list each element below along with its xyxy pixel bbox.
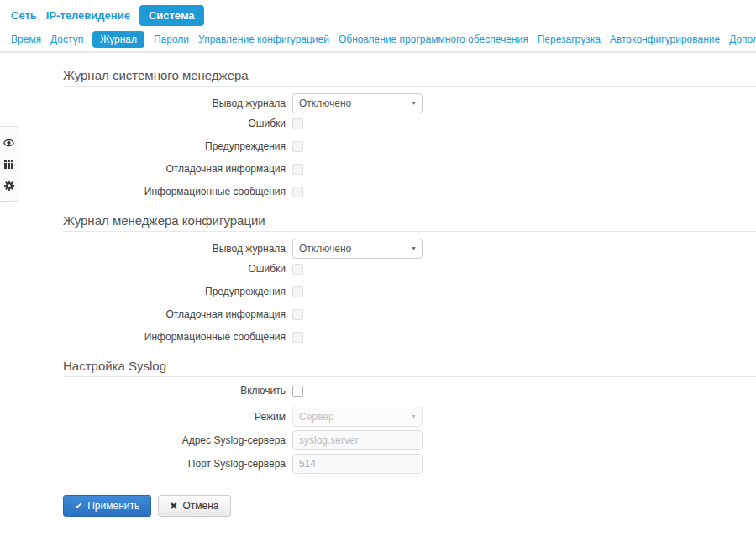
section-title: Настройка Syslog <box>63 359 756 373</box>
form-checkbox[interactable] <box>292 386 303 397</box>
field-label: Информационные сообщения <box>63 186 292 197</box>
section-divider <box>63 231 756 232</box>
form-row: Отладочная информация <box>63 162 756 176</box>
main-content: Журнал системного менеджераВывод журнала… <box>63 68 756 474</box>
eye-icon[interactable] <box>3 137 15 149</box>
form-checkbox <box>292 187 303 197</box>
secondary-nav-item-2[interactable]: Журнал <box>92 31 144 48</box>
secondary-nav-item-0[interactable]: Время <box>11 31 41 48</box>
form-checkbox <box>292 141 303 152</box>
secondary-nav: ВремяДоступЖурналПаролиУправление конфиг… <box>11 29 756 51</box>
section-divider <box>63 376 756 377</box>
secondary-nav-item-5[interactable]: Обновление программного обеспечения <box>339 31 528 48</box>
secondary-nav-item-8[interactable]: Дополнительные настройки <box>729 31 756 48</box>
cancel-button[interactable]: ✖ Отмена <box>158 495 230 517</box>
form-select[interactable]: Отключено <box>292 93 423 113</box>
form-select[interactable]: Отключено <box>292 239 423 259</box>
field-label: Информационные сообщения <box>63 331 292 343</box>
field-label: Отладочная информация <box>63 308 292 320</box>
secondary-nav-item-4[interactable]: Управление конфигурацией <box>198 31 329 48</box>
form-row: Ошибки <box>63 262 756 276</box>
apply-button-label: Применить <box>87 500 139 512</box>
footer-buttons: ✔ Применить ✖ Отмена <box>63 495 756 517</box>
x-icon: ✖ <box>170 500 177 512</box>
form-checkbox <box>292 332 303 343</box>
form-checkbox <box>292 164 303 175</box>
form-row: Предупреждения <box>63 139 756 153</box>
apply-button[interactable]: ✔ Применить <box>63 495 151 517</box>
form-row: Адрес Syslog-сервера <box>63 430 756 450</box>
field-label: Порт Syslog-сервера <box>63 458 292 470</box>
form-row: Ошибки <box>63 117 756 130</box>
check-icon: ✔ <box>75 500 82 512</box>
field-label: Включить <box>63 385 292 397</box>
field-label: Отладочная информация <box>63 163 292 175</box>
form-row: Включить <box>63 384 756 397</box>
primary-nav: СетьIP-телевидениеСистема <box>11 3 756 27</box>
footer: ✔ Применить ✖ Отмена <box>63 486 756 517</box>
cancel-button-label: Отмена <box>182 500 218 512</box>
top-navigation: СетьIP-телевидениеСистема ВремяДоступЖур… <box>0 0 756 53</box>
primary-nav-item-2[interactable]: Система <box>139 5 204 26</box>
section-divider <box>63 86 756 87</box>
select-wrapper: Отключено <box>292 93 423 113</box>
select-wrapper: Сервер <box>292 407 423 427</box>
primary-nav-item-0[interactable]: Сеть <box>11 5 37 26</box>
secondary-nav-item-1[interactable]: Доступ <box>50 31 83 48</box>
primary-nav-item-1[interactable]: IP-телевидение <box>46 5 130 26</box>
select-wrapper: Отключено <box>292 239 423 259</box>
form-input <box>292 454 423 474</box>
form-checkbox <box>292 264 303 275</box>
field-label: Предупреждения <box>63 286 292 297</box>
grid-icon[interactable] <box>3 158 15 170</box>
form-checkbox <box>292 118 303 129</box>
form-row: РежимСервер <box>63 407 756 427</box>
form-checkbox <box>292 309 303 320</box>
form-row: Вывод журналаОтключено <box>63 239 756 259</box>
form-row: Порт Syslog-сервера <box>63 454 756 474</box>
section-title: Журнал менеджера конфигурации <box>63 213 756 228</box>
form-input <box>292 430 423 450</box>
form-row: Информационные сообщения <box>63 185 756 198</box>
secondary-nav-item-3[interactable]: Пароли <box>154 31 189 48</box>
side-toolbar <box>0 126 18 202</box>
section-title: Журнал системного менеджера <box>63 68 756 82</box>
field-label: Вывод журнала <box>63 243 292 255</box>
field-label: Адрес Syslog-сервера <box>63 434 292 446</box>
form-row: Предупреждения <box>63 285 756 298</box>
secondary-nav-item-6[interactable]: Перезагрузка <box>538 31 601 48</box>
field-label: Ошибки <box>63 118 292 129</box>
field-label: Ошибки <box>63 263 292 275</box>
footer-divider <box>63 486 756 486</box>
form-select: Сервер <box>292 407 423 427</box>
form-checkbox <box>292 286 303 297</box>
field-label: Режим <box>63 411 292 423</box>
form-row: Информационные сообщения <box>63 330 756 344</box>
form-row: Вывод журналаОтключено <box>63 93 756 113</box>
field-label: Вывод журнала <box>63 97 292 109</box>
form-row: Отладочная информация <box>63 307 756 321</box>
field-label: Предупреждения <box>63 140 292 152</box>
gear-icon[interactable] <box>3 180 15 192</box>
secondary-nav-item-7[interactable]: Автоконфигурирование <box>610 31 720 48</box>
